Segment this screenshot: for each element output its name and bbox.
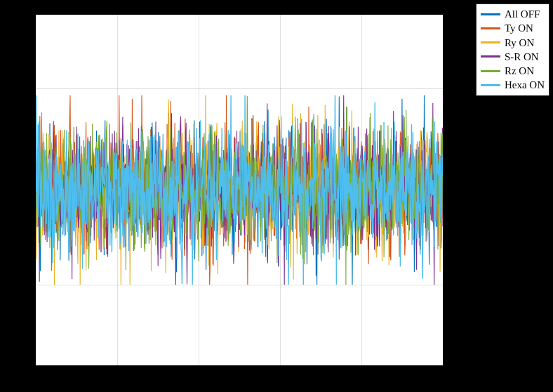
legend-item: S-R ON bbox=[481, 50, 545, 64]
legend-swatch bbox=[481, 84, 500, 86]
chart-canvas bbox=[36, 15, 443, 365]
plot-area bbox=[35, 14, 444, 366]
legend-item: Ty ON bbox=[481, 21, 545, 35]
legend-swatch bbox=[481, 27, 500, 29]
legend-label: Ry ON bbox=[505, 36, 534, 50]
legend-label: Hexa ON bbox=[505, 78, 545, 92]
legend-item: All OFF bbox=[481, 7, 545, 21]
legend-label: S-R ON bbox=[505, 50, 539, 64]
legend-swatch bbox=[481, 70, 500, 72]
legend-swatch bbox=[481, 55, 500, 58]
legend-label: All OFF bbox=[505, 7, 540, 21]
legend-item: Ry ON bbox=[481, 36, 545, 50]
legend-item: Rz ON bbox=[481, 64, 545, 78]
legend-item: Hexa ON bbox=[481, 78, 545, 92]
legend-label: Ty ON bbox=[505, 21, 533, 35]
legend: All OFF Ty ON Ry ON S-R ON Rz ON Hexa ON bbox=[476, 4, 549, 96]
legend-label: Rz ON bbox=[505, 64, 534, 78]
legend-swatch bbox=[481, 13, 500, 15]
legend-swatch bbox=[481, 41, 500, 43]
